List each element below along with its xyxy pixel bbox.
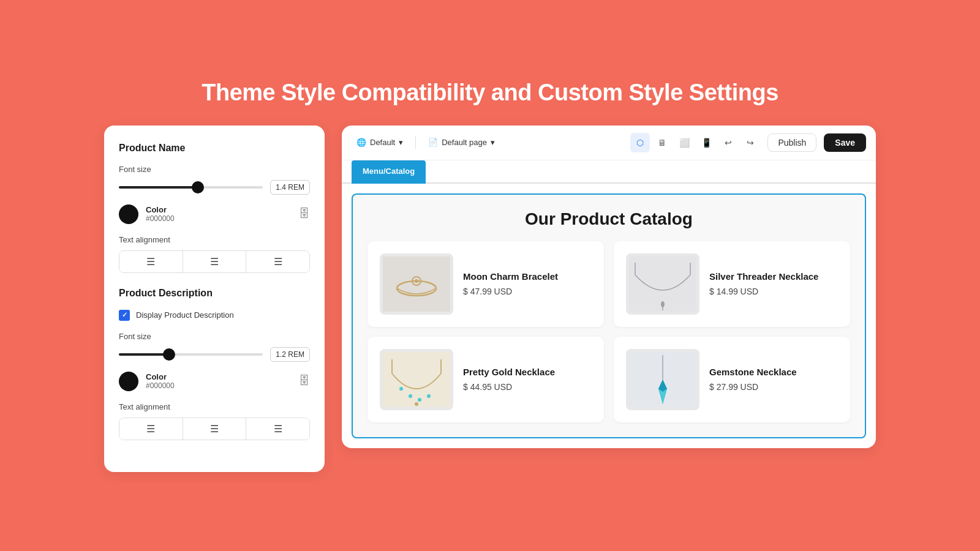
name-color-row: Color #000000 🗄 <box>119 204 310 224</box>
silver-necklace-svg <box>629 257 696 312</box>
tab-bar: Menu/Catalog <box>342 160 876 184</box>
product-card-2: Silver Threader Necklace $ 14.99 USD <box>614 241 850 327</box>
desc-color-label: Color <box>146 372 292 381</box>
page-chevron-icon: ▾ <box>491 138 495 147</box>
name-color-label: Color <box>146 205 292 214</box>
name-color-swatch[interactable] <box>119 204 138 224</box>
name-color-info: Color #000000 <box>146 205 292 223</box>
desktop-view-button[interactable]: 🖥 <box>652 133 672 152</box>
name-alignment-row: ☰ ☰ ☰ <box>119 250 310 273</box>
product-description-section-title: Product Description <box>119 288 310 299</box>
product-info-3: Pretty Gold Necklace $ 44.95 USD <box>463 367 592 392</box>
desc-font-size-track[interactable] <box>119 353 263 356</box>
product-name-1: Moon Charm Bracelet <box>463 271 592 282</box>
display-description-row: Display Product Description <box>119 310 310 321</box>
gemstone-svg <box>629 352 696 407</box>
page-dropdown[interactable]: 📄 Default page ▾ <box>423 135 500 149</box>
product-price-1: $ 47.99 USD <box>463 287 592 296</box>
name-slider-fill <box>119 186 198 189</box>
name-align-center-button[interactable]: ☰ <box>183 251 247 272</box>
name-font-size-track[interactable] <box>119 186 263 189</box>
name-align-right-button[interactable]: ☰ <box>246 251 309 272</box>
page-title: Theme Style Compatibility and Custom Sty… <box>202 80 778 106</box>
editor-toolbar: 🌐 Default ▾ 📄 Default page ▾ ⬡ 🖥 ⬜ 📱 ↩ ↪… <box>342 126 876 160</box>
mobile-view-button[interactable]: 📱 <box>696 133 716 152</box>
cursor-tool-button[interactable]: ⬡ <box>630 133 650 152</box>
svg-rect-0 <box>383 257 450 312</box>
desc-color-info: Color #000000 <box>146 372 292 390</box>
desc-align-left-button[interactable]: ☰ <box>119 418 183 440</box>
name-text-align-label: Text alignment <box>119 235 310 244</box>
svg-point-13 <box>409 394 412 398</box>
main-layout: Product Name Font size 1.4 REM Color #00… <box>104 126 876 472</box>
right-panel: 🌐 Default ▾ 📄 Default page ▾ ⬡ 🖥 ⬜ 📱 ↩ ↪… <box>342 126 876 448</box>
desc-color-row: Color #000000 🗄 <box>119 372 310 391</box>
globe-icon: 🌐 <box>356 138 366 147</box>
desc-font-size-label: Font size <box>119 332 310 341</box>
products-grid: Moon Charm Bracelet $ 47.99 USD <box>368 241 850 422</box>
publish-button[interactable]: Publish <box>767 133 816 152</box>
toolbar-separator-1 <box>415 137 416 149</box>
svg-point-14 <box>418 398 421 402</box>
save-button[interactable]: Save <box>824 133 866 152</box>
product-img-2 <box>626 253 699 315</box>
default-dropdown[interactable]: 🌐 Default ▾ <box>352 135 408 149</box>
display-description-label: Display Product Description <box>136 310 234 320</box>
desc-color-swatch[interactable] <box>119 372 138 391</box>
page-dropdown-label: Default page <box>442 138 487 147</box>
svg-point-12 <box>399 387 403 391</box>
product-info-4: Gemstone Necklace $ 27.99 USD <box>709 367 838 392</box>
product-name-3: Pretty Gold Necklace <box>463 367 592 377</box>
catalog-title: Our Product Catalog <box>368 209 850 229</box>
name-slider-thumb[interactable] <box>192 181 204 193</box>
desc-color-hex: #000000 <box>146 381 292 390</box>
product-card-3: Pretty Gold Necklace $ 44.95 USD <box>368 337 604 422</box>
toolbar-icons-group: ⬡ 🖥 ⬜ 📱 ↩ ↪ <box>630 133 760 152</box>
svg-point-3 <box>415 279 418 283</box>
desc-font-size-slider-row: 1.2 REM <box>119 347 310 362</box>
redo-button[interactable]: ↪ <box>741 133 760 152</box>
default-chevron-icon: ▾ <box>399 138 403 147</box>
desc-alignment-row: ☰ ☰ ☰ <box>119 418 310 440</box>
name-db-icon[interactable]: 🗄 <box>299 208 310 220</box>
product-info-1: Moon Charm Bracelet $ 47.99 USD <box>463 271 592 296</box>
svg-point-15 <box>427 394 431 398</box>
default-dropdown-label: Default <box>370 138 395 147</box>
name-font-size-slider-row: 1.4 REM <box>119 180 310 195</box>
product-info-2: Silver Threader Necklace $ 14.99 USD <box>709 271 838 296</box>
catalog-area: Our Product Catalog Moon Ch <box>352 193 866 438</box>
tablet-view-button[interactable]: ⬜ <box>674 133 694 152</box>
product-img-3 <box>380 349 453 410</box>
display-description-checkbox[interactable] <box>119 310 130 321</box>
product-price-3: $ 44.95 USD <box>463 382 592 392</box>
product-name-2: Silver Threader Necklace <box>709 271 838 282</box>
desc-slider-thumb[interactable] <box>163 348 175 361</box>
product-img-4 <box>626 349 699 410</box>
desc-rem-badge: 1.2 REM <box>270 347 310 362</box>
desc-slider-fill <box>119 353 169 356</box>
left-panel: Product Name Font size 1.4 REM Color #00… <box>104 126 325 472</box>
product-img-1 <box>380 253 453 315</box>
name-align-left-button[interactable]: ☰ <box>119 251 183 272</box>
desc-db-icon[interactable]: 🗄 <box>299 375 310 388</box>
svg-rect-9 <box>383 352 450 407</box>
gold-necklace-svg <box>383 352 450 407</box>
bracelet-svg <box>383 257 450 312</box>
page-icon: 📄 <box>428 138 438 147</box>
product-price-2: $ 14.99 USD <box>709 287 838 296</box>
name-color-hex: #000000 <box>146 214 292 223</box>
undo-button[interactable]: ↩ <box>718 133 738 152</box>
desc-align-right-button[interactable]: ☰ <box>246 418 309 440</box>
product-price-4: $ 27.99 USD <box>709 382 838 392</box>
product-name-section-title: Product Name <box>119 143 310 154</box>
svg-point-16 <box>415 402 418 406</box>
product-card-1: Moon Charm Bracelet $ 47.99 USD <box>368 241 604 327</box>
desc-align-center-button[interactable]: ☰ <box>183 418 247 440</box>
tab-menu-catalog[interactable]: Menu/Catalog <box>352 160 426 184</box>
svg-point-8 <box>661 301 665 307</box>
name-rem-badge: 1.4 REM <box>270 180 310 195</box>
product-card-4: Gemstone Necklace $ 27.99 USD <box>614 337 850 422</box>
desc-text-align-label: Text alignment <box>119 402 310 411</box>
product-name-4: Gemstone Necklace <box>709 367 838 377</box>
name-font-size-label: Font size <box>119 165 310 174</box>
